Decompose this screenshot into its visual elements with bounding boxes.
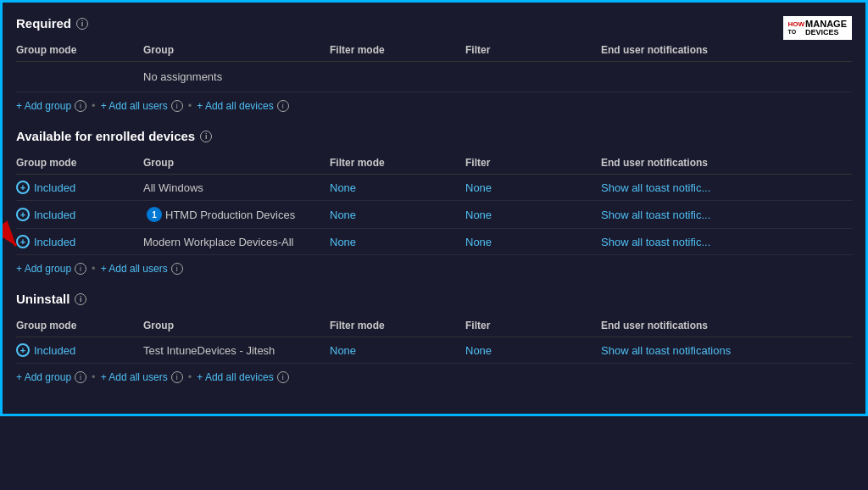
red-arrow-annotation (0, 220, 42, 263)
uninstall-add-users-link[interactable]: + Add all users (101, 371, 168, 383)
uninstall-title: Uninstall i (16, 292, 852, 306)
available-row2-groupmode-label: Included (34, 209, 75, 221)
available-row3-notifications: Show all toast notific... (601, 236, 852, 248)
required-row-group: No assignments (143, 70, 330, 83)
required-col-filter-mode: Filter mode (330, 44, 465, 56)
plus-circle-icon-uninstall: + (16, 343, 30, 357)
available-row1-notifications: Show all toast notific... (601, 181, 852, 194)
available-add-users-link[interactable]: + Add all users (101, 263, 168, 275)
required-add-group-info[interactable]: i (75, 100, 86, 112)
available-add-links: + Add group i • + Add all users i (16, 262, 852, 275)
available-row-1: + Included All Windows None None Show al… (16, 175, 852, 201)
available-section: Available for enrolled devices i Group m… (16, 129, 852, 275)
available-title: Available for enrolled devices i (16, 129, 852, 143)
required-add-users-link[interactable]: + Add all users (101, 100, 168, 112)
required-add-devices-link[interactable]: + Add all devices (197, 100, 273, 112)
required-info-icon[interactable]: i (76, 18, 88, 30)
required-table-header: Group mode Group Filter mode Filter End … (16, 39, 852, 62)
uninstall-row1-filter: None (465, 344, 601, 357)
available-row3-filtermode: None (330, 236, 465, 248)
uninstall-col-filter: Filter (465, 320, 601, 331)
uninstall-label: Uninstall (16, 292, 70, 306)
available-row2-notifications: Show all toast notific... (601, 209, 852, 221)
required-add-links: + Add group i • + Add all users i • + Ad… (16, 99, 852, 112)
uninstall-section: Uninstall i Group mode Group Filter mode… (16, 292, 852, 383)
logo-how: HOW (788, 21, 805, 29)
available-row2-filter: None (465, 209, 601, 221)
available-add-group-info[interactable]: i (75, 263, 86, 275)
available-add-group-link[interactable]: + Add group (16, 263, 71, 275)
uninstall-add-devices-link[interactable]: + Add all devices (197, 371, 273, 383)
uninstall-add-users-info[interactable]: i (171, 371, 183, 383)
uninstall-col-group: Group (143, 320, 330, 331)
required-add-devices-info[interactable]: i (277, 100, 289, 112)
uninstall-add-group-info[interactable]: i (75, 371, 86, 383)
available-col-group-mode: Group mode (16, 157, 143, 169)
uninstall-row-1: + Included Test IntuneDevices - Jitesh N… (16, 337, 852, 364)
htmd-badge: 1 (147, 207, 162, 222)
available-row1-filtermode: None (330, 181, 465, 194)
uninstall-table-header: Group mode Group Filter mode Filter End … (16, 315, 852, 337)
required-title: Required i HOW TO MANAGE DEVICES (16, 16, 852, 31)
available-add-users-info[interactable]: i (171, 263, 183, 275)
available-row1-groupmode-label: Included (34, 181, 75, 194)
uninstall-col-filter-mode: Filter mode (330, 320, 465, 331)
uninstall-row1-group: Test IntuneDevices - Jitesh (143, 344, 330, 357)
logo-to: TO (788, 29, 797, 36)
uninstall-row1-groupmode-label: Included (34, 344, 75, 357)
required-col-group: Group (143, 44, 330, 56)
available-col-group: Group (143, 157, 330, 169)
uninstall-add-links: + Add group i • + Add all users i • + Ad… (16, 370, 852, 383)
available-row2-groupmode: + Included (16, 208, 143, 221)
available-table-header: Group mode Group Filter mode Filter End … (16, 152, 852, 175)
available-row3-filter: None (465, 236, 601, 248)
required-col-notifications: End user notifications (601, 44, 852, 56)
uninstall-row1-groupmode: + Included (16, 343, 143, 357)
available-col-notifications: End user notifications (601, 157, 852, 169)
available-row1-filter: None (465, 181, 601, 194)
available-row-2: + Included 1 HTMD Production Devices Non… (16, 201, 852, 229)
available-row-3: + Included Modern Workplace Devices-All … (16, 229, 852, 255)
uninstall-add-group-link[interactable]: + Add group (16, 371, 71, 383)
required-no-assignments-row: No assignments (16, 62, 852, 92)
uninstall-row1-filtermode: None (330, 344, 465, 357)
available-col-filter: Filter (465, 157, 601, 169)
available-label: Available for enrolled devices (16, 129, 195, 143)
plus-circle-icon-2: + (16, 208, 30, 221)
available-info-icon[interactable]: i (200, 131, 212, 142)
required-col-group-mode: Group mode (16, 44, 143, 56)
uninstall-col-notifications: End user notifications (601, 320, 852, 331)
htmd-logo: HOW TO MANAGE DEVICES (783, 16, 852, 40)
available-row1-group: All Windows (143, 181, 330, 194)
available-row2-group-label: HTMD Production Devices (165, 209, 295, 221)
available-row2-group: 1 HTMD Production Devices (143, 207, 330, 222)
logo-devices: DEVICES (805, 29, 839, 37)
available-row3-group: Modern Workplace Devices-All (143, 236, 330, 248)
required-label: Required (16, 16, 71, 31)
available-row1-groupmode: + Included (16, 181, 143, 194)
required-add-group-link[interactable]: + Add group (16, 100, 71, 112)
available-row2-filtermode: None (330, 209, 465, 221)
uninstall-info-icon[interactable]: i (75, 293, 86, 305)
available-col-filter-mode: Filter mode (330, 157, 465, 169)
uninstall-row1-notifications: Show all toast notifications (601, 344, 852, 357)
required-add-users-info[interactable]: i (171, 100, 183, 112)
plus-circle-icon-1: + (16, 181, 30, 194)
required-section: Required i HOW TO MANAGE DEVICES Group m (16, 16, 852, 112)
uninstall-add-devices-info[interactable]: i (277, 371, 289, 383)
required-col-filter: Filter (465, 44, 601, 56)
uninstall-col-group-mode: Group mode (16, 320, 143, 331)
